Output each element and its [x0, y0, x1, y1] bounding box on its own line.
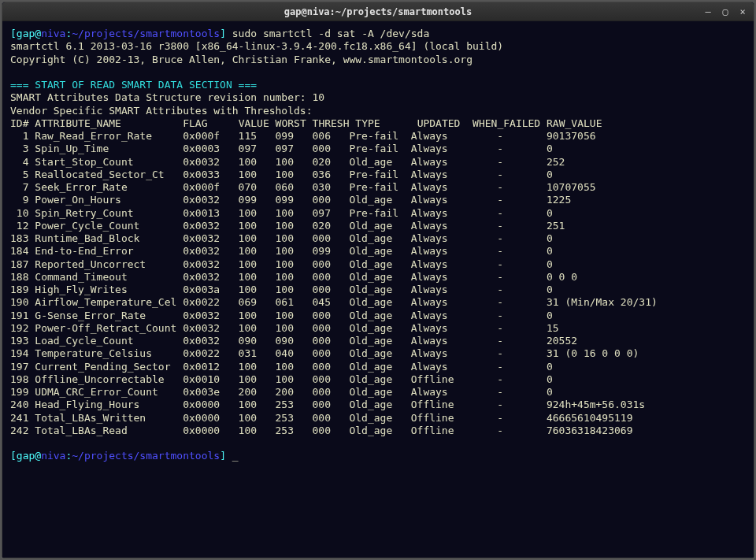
table-row: 197 Current_Pending_Sector 0x0012 100 10… — [10, 361, 746, 373]
copyright-line: Copyright (C) 2002-13, Bruce Allen, Chri… — [10, 54, 472, 65]
table-row: 187 Reported_Uncorrect 0x0032 100 100 00… — [10, 258, 746, 271]
table-row: 188 Command_Timeout 0x0032 100 100 000 O… — [10, 271, 746, 284]
table-row: 3 Spin_Up_Time 0x0003 097 097 000 Pre-fa… — [10, 143, 746, 155]
cursor: _ — [232, 450, 239, 461]
prompt-user: gap — [17, 28, 35, 39]
terminal-window: gap@niva:~/projects/smartmontools — ▢ × … — [2, 2, 754, 558]
version-line: smartctl 6.1 2013-03-16 r3800 [x86_64-li… — [10, 40, 503, 52]
table-body: 1 Raw_Read_Error_Rate 0x000f 115 099 006… — [10, 130, 746, 437]
table-row: 193 Load_Cycle_Count 0x0032 090 090 000 … — [10, 335, 746, 347]
table-row: 5 Reallocated_Sector_Ct 0x0033 100 100 0… — [10, 169, 746, 181]
table-row: 242 Total_LBAs_Read 0x0000 100 253 000 O… — [10, 425, 746, 437]
revision-line: SMART Attributes Data Structure revision… — [10, 91, 324, 103]
table-row: 7 Seek_Error_Rate 0x000f 070 060 030 Pre… — [10, 181, 746, 194]
table-row: 1 Raw_Read_Error_Rate 0x000f 115 099 006… — [10, 130, 746, 143]
table-row: 10 Spin_Retry_Count 0x0013 100 100 097 P… — [10, 207, 746, 220]
section-banner: === START OF READ SMART DATA SECTION === — [10, 79, 257, 91]
table-row: 183 Runtime_Bad_Block 0x0032 100 100 000… — [10, 232, 746, 245]
table-row: 189 High_Fly_Writes 0x003a 100 100 000 O… — [10, 284, 746, 296]
vendor-line: Vendor Specific SMART Attributes with Th… — [10, 105, 313, 117]
prompt-path: ~/projects/smartmontools — [72, 28, 220, 39]
terminal-body[interactable]: [gap@niva:~/projects/smartmontools] sudo… — [2, 21, 754, 558]
table-row: 199 UDMA_CRC_Error_Count 0x003e 200 200 … — [10, 386, 746, 399]
table-row: 184 End-to-End_Error 0x0032 100 100 099 … — [10, 245, 746, 258]
table-row: 9 Power_On_Hours 0x0032 099 099 000 Old_… — [10, 194, 746, 206]
table-row: 241 Total_LBAs_Written 0x0000 100 253 00… — [10, 412, 746, 425]
close-button[interactable]: × — [736, 6, 749, 18]
prompt-host: niva — [41, 28, 65, 39]
window-title: gap@niva:~/projects/smartmontools — [284, 6, 472, 17]
table-row: 194 Temperature_Celsius 0x0022 031 040 0… — [10, 347, 746, 360]
table-row: 4 Start_Stop_Count 0x0032 100 100 020 Ol… — [10, 156, 746, 169]
table-row: 240 Head_Flying_Hours 0x0000 100 253 000… — [10, 399, 746, 411]
maximize-button[interactable]: ▢ — [719, 6, 732, 18]
titlebar[interactable]: gap@niva:~/projects/smartmontools — ▢ × — [2, 2, 754, 21]
table-header: ID# ATTRIBUTE_NAME FLAG VALUE WORST THRE… — [10, 117, 602, 129]
table-row: 190 Airflow_Temperature_Cel 0x0022 069 0… — [10, 296, 746, 309]
command-text: sudo smartctl -d sat -A /dev/sda — [232, 28, 429, 39]
table-row: 192 Power-Off_Retract_Count 0x0032 100 1… — [10, 322, 746, 335]
minimize-button[interactable]: — — [702, 6, 714, 18]
table-row: 12 Power_Cycle_Count 0x0032 100 100 020 … — [10, 220, 746, 232]
table-row: 198 Offline_Uncorrectable 0x0010 100 100… — [10, 373, 746, 386]
table-row: 191 G-Sense_Error_Rate 0x0032 100 100 00… — [10, 310, 746, 322]
window-controls: — ▢ × — [702, 6, 749, 18]
